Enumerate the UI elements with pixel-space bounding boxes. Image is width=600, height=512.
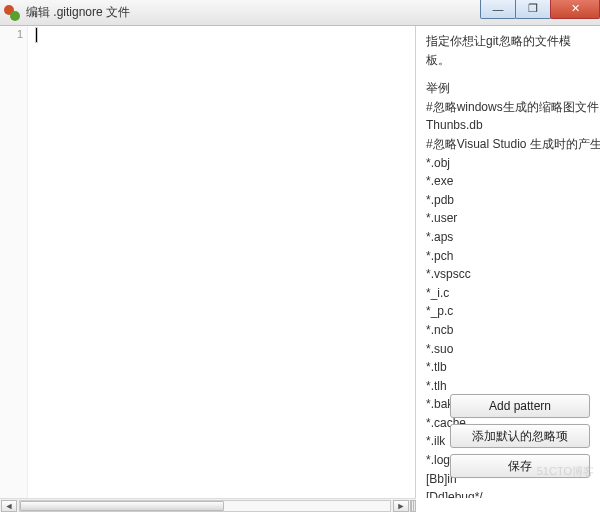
- list-item: *.tlh: [426, 377, 592, 396]
- button-stack: Add pattern 添加默认的忽略项 保存: [450, 394, 590, 478]
- help-heading: 指定你想让git忽略的文件模板。: [426, 32, 592, 69]
- save-button[interactable]: 保存: [450, 454, 590, 478]
- list-item: *.exe: [426, 172, 592, 191]
- scrollbar-track[interactable]: [19, 500, 391, 512]
- help-pane: 指定你想让git忽略的文件模板。 举例 #忽略windows生成的缩略图文件 T…: [416, 26, 600, 498]
- list-item: *.pdb: [426, 191, 592, 210]
- list-item: *.aps: [426, 228, 592, 247]
- list-item: *.tlb: [426, 358, 592, 377]
- maximize-button[interactable]: ❐: [515, 0, 551, 19]
- list-item: 举例: [426, 79, 592, 98]
- minimize-button[interactable]: —: [480, 0, 516, 19]
- list-item: *.vspscc: [426, 265, 592, 284]
- editor-pane: 1: [0, 26, 416, 498]
- line-number: 1: [0, 28, 23, 40]
- horizontal-scrollbar[interactable]: ◄ ►: [0, 498, 416, 512]
- list-item: *.suo: [426, 340, 592, 359]
- list-item: *_i.c: [426, 284, 592, 303]
- splitter-handle-icon[interactable]: [410, 500, 416, 512]
- editor-textarea[interactable]: [28, 26, 415, 498]
- list-item: *.obj: [426, 154, 592, 173]
- app-icon: [4, 5, 20, 21]
- line-gutter: 1: [0, 26, 28, 498]
- scroll-left-arrow-icon[interactable]: ◄: [1, 500, 17, 512]
- add-pattern-button[interactable]: Add pattern: [450, 394, 590, 418]
- list-item: Thunbs.db: [426, 116, 592, 135]
- list-item: *.pch: [426, 247, 592, 266]
- list-item: *_p.c: [426, 302, 592, 321]
- list-item: #忽略Visual Studio 生成时的产生的文件: [426, 135, 592, 154]
- add-default-ignore-button[interactable]: 添加默认的忽略项: [450, 424, 590, 448]
- list-item: *.ncb: [426, 321, 592, 340]
- title-bar: 编辑 .gitignore 文件 — ❐ ✕: [0, 0, 600, 26]
- scrollbar-thumb[interactable]: [20, 501, 224, 511]
- list-item: [Dd]ebug*/: [426, 488, 592, 498]
- window-title: 编辑 .gitignore 文件: [26, 4, 130, 21]
- window-controls: — ❐ ✕: [481, 0, 600, 19]
- content-area: 1 指定你想让git忽略的文件模板。 举例 #忽略windows生成的缩略图文件…: [0, 26, 600, 498]
- close-button[interactable]: ✕: [550, 0, 600, 19]
- text-cursor: [36, 28, 37, 42]
- scroll-right-arrow-icon[interactable]: ►: [393, 500, 409, 512]
- list-item: *.user: [426, 209, 592, 228]
- list-item: #忽略windows生成的缩略图文件: [426, 98, 592, 117]
